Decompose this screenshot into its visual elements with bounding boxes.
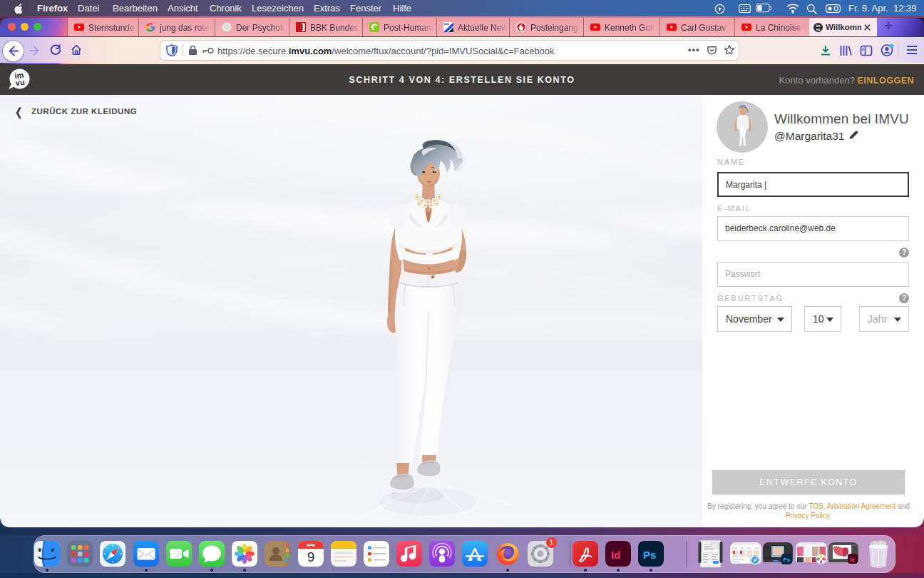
svg-text:Id: Id xyxy=(850,557,855,563)
svg-text:Ps: Ps xyxy=(784,557,791,563)
svg-text:Ps: Ps xyxy=(643,549,656,561)
svg-text:APR: APR xyxy=(306,542,316,547)
svg-text:vu: vu xyxy=(816,27,821,31)
svg-text:Id: Id xyxy=(611,549,620,561)
svg-text:BBK: BBK xyxy=(300,24,304,30)
svg-text:9: 9 xyxy=(307,549,315,564)
